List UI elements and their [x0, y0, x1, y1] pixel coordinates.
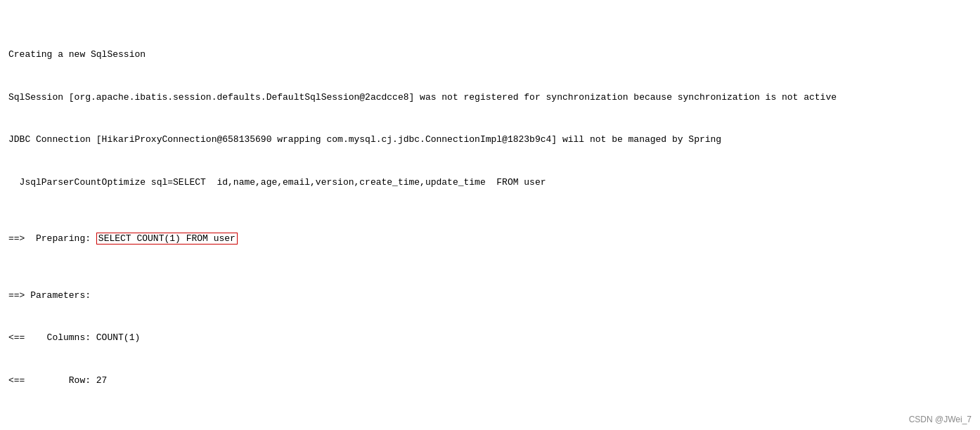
log-line-7: <== Columns: COUNT(1) — [8, 331, 972, 345]
log-line-1: Creating a new SqlSession — [8, 48, 972, 62]
log-line-6: ==> Parameters: — [8, 289, 972, 303]
log-container: Creating a new SqlSession SqlSession [or… — [8, 6, 972, 430]
log-line-5: ==> Preparing: SELECT COUNT(1) FROM user — [8, 232, 972, 246]
log-line-2: SqlSession [org.apache.ibatis.session.de… — [8, 91, 972, 105]
watermark: CSDN @JWei_7 — [909, 415, 972, 424]
log-line-3: JDBC Connection [HikariProxyConnection@6… — [8, 133, 972, 147]
preparing-prefix-1: ==> Preparing: — [8, 233, 96, 244]
log-line-8: <== Row: 27 — [8, 374, 972, 388]
sql-highlight-1: SELECT COUNT(1) FROM user — [96, 233, 238, 245]
log-line-4: JsqlParserCountOptimize sql=SELECT id,na… — [8, 176, 972, 190]
